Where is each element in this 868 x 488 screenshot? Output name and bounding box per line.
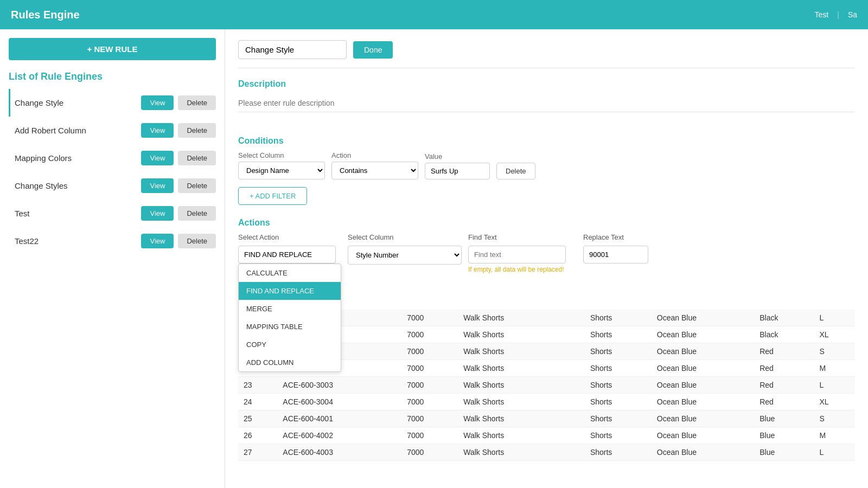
rule-item: Add Robert Column View Delete [9,117,216,144]
action-type-select[interactable]: FIND AND REPLACE [238,246,336,264]
rule-item-name: Change Styles [15,181,137,190]
replace-text-header: Replace Text [583,233,855,241]
dropdown-menu-item[interactable]: MAPPING TABLE [239,318,341,336]
rule-view-button[interactable]: View [141,178,174,193]
table-row: 25 ACE-600-4001 7000 Walk Shorts Shorts … [238,410,855,427]
description-section: Description [238,79,855,123]
rule-delete-button[interactable]: Delete [178,206,216,221]
rule-item-name: Add Robert Column [15,126,137,135]
table-row: 26 ACE-600-4002 7000 Walk Shorts Shorts … [238,427,855,444]
table-row: 27 ACE-600-4003 7000 Walk Shorts Shorts … [238,444,855,461]
rule-delete-button[interactable]: Delete [178,178,216,193]
sa-link[interactable]: Sa [848,10,857,19]
rule-view-button[interactable]: View [141,95,174,110]
done-button[interactable]: Done [353,41,393,59]
rule-delete-button[interactable]: Delete [178,234,216,248]
actions-col-headers: Select Action Select Column Find Text Re… [238,233,855,241]
rule-item: Test22 View Delete [9,227,216,255]
table-row: 24 ACE-600-3004 7000 Walk Shorts Shorts … [238,394,855,410]
select-action-wrapper: FIND AND REPLACE CALCULATEFIND AND REPLA… [238,246,341,264]
action-dropdown-menu: CALCULATEFIND AND REPLACEMERGEMAPPING TA… [238,264,341,372]
table-row: 23 ACE-600-3003 7000 Walk Shorts Shorts … [238,377,855,394]
add-filter-button[interactable]: + ADD FILTER [238,187,307,205]
select-column-header: Select Column [238,151,325,159]
main-layout: + NEW RULE List of Rule Engines Change S… [0,29,868,488]
main-content: Done Description Conditions Select Colum… [225,29,868,488]
select-column-action-header: Select Column [348,233,462,241]
rule-item-name: Test [15,209,137,218]
title-row: Done [238,40,855,68]
dropdown-menu-item[interactable]: MERGE [239,300,341,318]
condition-action-select[interactable]: Contains [331,162,418,179]
rule-delete-button[interactable]: Delete [178,95,216,110]
dropdown-menu-item[interactable]: ADD COLUMN [239,354,341,371]
replace-text-input[interactable] [583,246,648,264]
select-action-header: Select Action [238,233,341,241]
header-right: Test | Sa [815,10,857,19]
rule-list: Change Style View Delete Add Robert Colu… [9,89,216,255]
action-inputs-row: FIND AND REPLACE CALCULATEFIND AND REPLA… [238,246,855,273]
actions-label: Actions [238,218,855,228]
warning-text: If empty, all data will be replaced! [468,266,577,273]
find-text-input[interactable] [468,246,566,264]
condition-delete-button[interactable]: Delete [496,163,535,179]
actions-section: Actions Select Action Select Column Find… [238,218,855,299]
rule-item-name: Test22 [15,236,137,246]
action-header: Action [331,151,418,159]
action-column-select[interactable]: Style Number [348,246,462,265]
rule-view-button[interactable]: View [141,151,174,165]
rule-item: Change Styles View Delete [9,172,216,200]
app-header: Rules Engine Test | Sa [0,0,868,29]
new-rule-button[interactable]: + NEW RULE [9,38,216,60]
value-header: Value [425,152,490,160]
description-label: Description [238,79,855,89]
rule-title-input[interactable] [238,40,347,59]
rule-item: Test View Delete [9,200,216,227]
rule-item-name: Change Style [15,98,137,107]
dropdown-menu-item[interactable]: FIND AND REPLACE [239,282,341,300]
dropdown-menu-item[interactable]: COPY [239,336,341,354]
dropdown-menu-item[interactable]: CALCULATE [239,264,341,282]
rule-item: Change Style View Delete [9,89,216,117]
find-text-col: If empty, all data will be replaced! [468,246,577,273]
rule-delete-button[interactable]: Delete [178,123,216,138]
rule-view-button[interactable]: View [141,123,174,138]
rule-view-button[interactable]: View [141,206,174,221]
list-title: List of Rule Engines [9,71,216,82]
test-link[interactable]: Test [815,10,829,19]
rule-item-name: Mapping Colors [15,153,137,163]
rule-view-button[interactable]: View [141,234,174,248]
rule-delete-button[interactable]: Delete [178,151,216,165]
rule-item: Mapping Colors View Delete [9,144,216,172]
description-input[interactable] [238,94,855,112]
sidebar: + NEW RULE List of Rule Engines Change S… [0,29,225,488]
conditions-section: Conditions Select Column Design Name Act… [238,136,855,205]
condition-column-select[interactable]: Design Name [238,162,325,179]
condition-value-input[interactable] [425,163,490,179]
conditions-label: Conditions [238,136,855,146]
find-text-header: Find Text [468,233,577,241]
app-title: Rules Engine [11,9,80,21]
